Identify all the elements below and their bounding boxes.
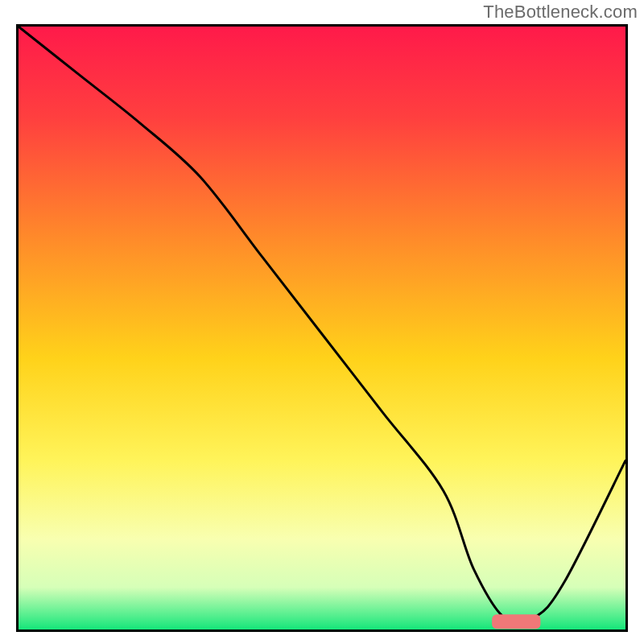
- plot-area: [16, 24, 628, 632]
- gradient-fill: [19, 27, 625, 630]
- chart-svg: [19, 27, 625, 630]
- chart-frame: TheBottleneck.com: [0, 0, 644, 644]
- optimal-range-bar: [492, 614, 540, 629]
- watermark-text: TheBottleneck.com: [483, 2, 638, 23]
